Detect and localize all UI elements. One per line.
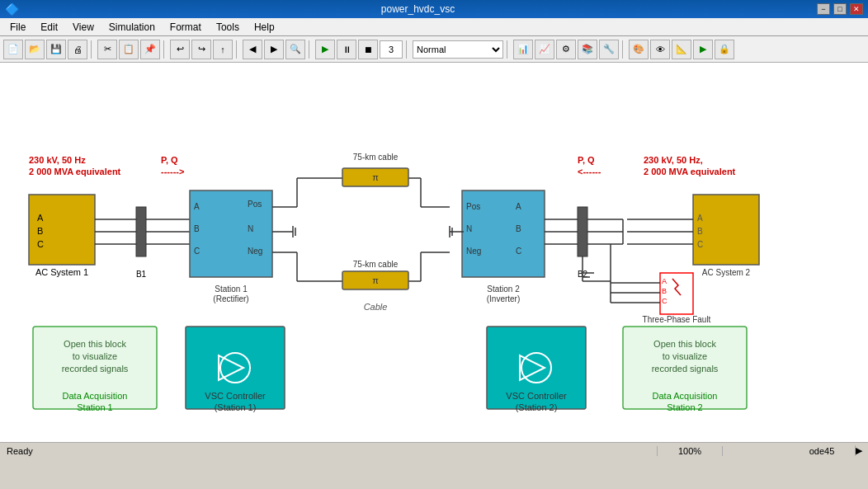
model-btn[interactable]: 📐 (672, 40, 691, 59)
svg-text:VSC Controller: VSC Controller (506, 391, 567, 401)
menu-format[interactable]: Format (163, 20, 208, 35)
svg-text:B: B (516, 224, 521, 233)
svg-text:C: C (194, 247, 200, 256)
param-btn[interactable]: ⚙ (556, 40, 576, 59)
svg-text:A: A (194, 202, 200, 211)
menu-file[interactable]: File (3, 20, 32, 35)
cut-button[interactable]: ✂ (97, 40, 117, 59)
svg-text:B: B (194, 224, 200, 233)
sep5 (406, 40, 409, 59)
svg-text:π: π (372, 172, 379, 182)
svg-text:P, Q: P, Q (161, 155, 178, 165)
sim-time-input[interactable] (380, 40, 403, 59)
titlebar-left: 🔷 (5, 2, 19, 16)
canvas: A B C AC System 1 B1 A B C Pos N Neg Sta… (0, 63, 868, 442)
fwd-button[interactable]: ▶ (264, 40, 284, 59)
svg-text:recorded signals: recorded signals (62, 364, 129, 374)
svg-text:P, Q: P, Q (578, 155, 595, 165)
menu-tools[interactable]: Tools (210, 20, 246, 35)
svg-text:A: A (37, 213, 44, 223)
open-button[interactable]: 📂 (25, 40, 45, 59)
svg-text:Station 2: Station 2 (667, 402, 702, 412)
close-button[interactable]: ✕ (850, 3, 863, 15)
svg-text:Three-Phase Fault: Three-Phase Fault (643, 315, 711, 324)
menubar: File Edit View Simulation Format Tools H… (0, 18, 868, 36)
sep6 (507, 40, 510, 59)
status-solver: ode45 (789, 446, 855, 456)
svg-text:(Inverter): (Inverter) (487, 294, 521, 303)
svg-text:Station 1: Station 1 (77, 402, 112, 412)
save-button[interactable]: 💾 (46, 40, 66, 59)
svg-rect-7 (136, 207, 146, 256)
pause-button[interactable]: ⏸ (337, 40, 356, 59)
svg-text:N: N (248, 224, 253, 233)
color-btn[interactable]: 🎨 (629, 40, 649, 59)
svg-text:230 kV, 50 Hz: 230 kV, 50 Hz (29, 155, 86, 165)
svg-text:B1: B1 (136, 270, 147, 279)
svg-text:B: B (37, 226, 43, 236)
minimize-button[interactable]: − (817, 3, 830, 15)
stop-button[interactable]: ⏹ (358, 40, 378, 59)
scope2-btn[interactable]: 📈 (535, 40, 554, 59)
svg-text:to visualize: to visualize (73, 351, 117, 361)
back-button[interactable]: ◀ (243, 40, 262, 59)
menu-edit[interactable]: Edit (34, 20, 64, 35)
svg-text:C: C (697, 240, 703, 249)
svg-text:<------: <------ (578, 167, 601, 176)
svg-text:Pos: Pos (248, 200, 262, 209)
sim2-btn[interactable]: 🔧 (599, 40, 619, 59)
view-btn[interactable]: 👁 (650, 40, 670, 59)
menu-simulation[interactable]: Simulation (102, 20, 162, 35)
svg-text:Data Acquisition: Data Acquisition (653, 391, 718, 401)
menu-view[interactable]: View (66, 20, 101, 35)
sep4 (309, 40, 312, 59)
svg-text:2 000 MVA equivalent: 2 000 MVA equivalent (29, 167, 121, 176)
window-title: power_hvdc_vsc (19, 3, 817, 15)
status-text: Ready (0, 446, 657, 456)
print-button[interactable]: 🖨 (68, 40, 87, 59)
svg-text:Cable: Cable (364, 302, 388, 312)
paste-button[interactable]: 📌 (140, 40, 160, 59)
play-button[interactable]: ▶ (315, 40, 335, 59)
new-button[interactable]: 📄 (3, 40, 23, 59)
svg-text:Station 2: Station 2 (487, 284, 520, 294)
sep3 (236, 40, 239, 59)
undo-button[interactable]: ↩ (170, 40, 190, 59)
svg-text:A: A (697, 214, 703, 223)
run-btn[interactable]: ▶ (693, 40, 713, 59)
svg-text:Open this block: Open this block (653, 339, 716, 349)
svg-text:B: B (662, 287, 667, 295)
svg-text:B: B (697, 227, 703, 236)
svg-text:230 kV, 50 Hz,: 230 kV, 50 Hz, (644, 155, 703, 165)
mode-select[interactable]: Normal Accelerator Rapid Accelerator (413, 40, 503, 59)
svg-text:75-km cable: 75-km cable (353, 260, 399, 269)
svg-text:C: C (37, 239, 44, 249)
titlebar: 🔷 power_hvdc_vsc − □ ✕ (0, 0, 868, 18)
app-icon: 🔷 (5, 2, 19, 16)
up-button[interactable]: ↑ (213, 40, 233, 59)
lock-btn[interactable]: 🔒 (715, 40, 734, 59)
menu-help[interactable]: Help (248, 20, 281, 35)
svg-text:C: C (662, 297, 668, 305)
svg-text:Station 1: Station 1 (215, 284, 248, 294)
svg-text:N: N (466, 224, 472, 233)
svg-text:Pos: Pos (466, 202, 480, 211)
svg-text:75-km cable: 75-km cable (353, 153, 399, 162)
titlebar-controls: − □ ✕ (817, 3, 863, 15)
svg-text:A: A (662, 277, 667, 285)
svg-text:2 000 MVA equivalent: 2 000 MVA equivalent (644, 167, 736, 176)
lib-btn[interactable]: 📚 (578, 40, 597, 59)
maximize-button[interactable]: □ (833, 3, 847, 15)
zoom-button[interactable]: 🔍 (285, 40, 305, 59)
toolbar: 📄 📂 💾 🖨 ✂ 📋 📌 ↩ ↪ ↑ ◀ ▶ 🔍 ▶ ⏸ ⏹ Normal A… (0, 36, 868, 63)
svg-text:VSC Controller: VSC Controller (205, 391, 266, 401)
status-scroll[interactable]: ▶ (855, 445, 868, 456)
redo-button[interactable]: ↪ (191, 40, 211, 59)
svg-text:A: A (516, 202, 521, 211)
copy-button[interactable]: 📋 (119, 40, 139, 59)
svg-text:AC System 2: AC System 2 (702, 268, 751, 277)
svg-text:recorded signals: recorded signals (652, 364, 719, 374)
svg-text:C: C (516, 247, 521, 256)
scope-btn[interactable]: 📊 (513, 40, 533, 59)
svg-text:Neg: Neg (466, 247, 481, 256)
